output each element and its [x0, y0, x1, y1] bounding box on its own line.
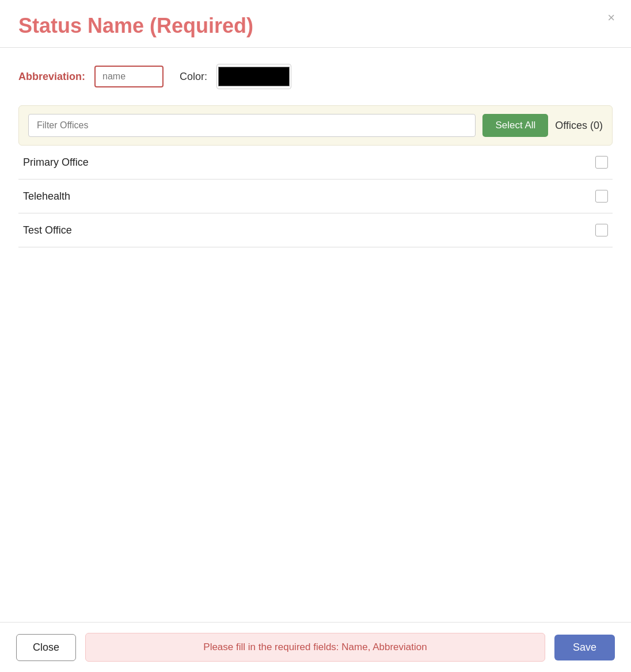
- modal-footer: Close Please fill in the required fields…: [0, 622, 631, 672]
- abbreviation-label: Abbreviation:: [18, 71, 85, 83]
- abbreviation-input[interactable]: [94, 66, 164, 87]
- status-name-modal: Status Name (Required) × Abbreviation: C…: [0, 0, 631, 672]
- modal-header: Status Name (Required) ×: [0, 0, 631, 48]
- office-name-test: Test Office: [23, 224, 72, 236]
- office-checkbox-test[interactable]: [595, 224, 608, 236]
- offices-list: Primary Office Telehealth Test Office: [18, 146, 613, 247]
- office-checkbox-telehealth[interactable]: [595, 190, 608, 203]
- office-name-telehealth: Telehealth: [23, 190, 70, 203]
- filter-bar: Select All Offices (0): [18, 105, 613, 146]
- office-item-telehealth: Telehealth: [18, 180, 613, 213]
- office-name-primary: Primary Office: [23, 156, 89, 169]
- office-item-primary: Primary Office: [18, 146, 613, 180]
- close-x-button[interactable]: ×: [607, 12, 615, 24]
- color-picker[interactable]: [216, 64, 291, 89]
- fields-row: Abbreviation: Color:: [18, 64, 613, 89]
- save-button[interactable]: Save: [554, 635, 615, 660]
- color-label: Color:: [180, 71, 207, 83]
- office-item-test: Test Office: [18, 213, 613, 247]
- modal-body: Abbreviation: Color: Select All Offices …: [0, 48, 631, 622]
- office-checkbox-primary[interactable]: [595, 156, 608, 169]
- select-all-button[interactable]: Select All: [482, 114, 548, 137]
- filter-offices-input[interactable]: [28, 114, 476, 137]
- offices-count: Offices (0): [555, 120, 603, 132]
- error-message: Please fill in the required fields: Name…: [85, 633, 545, 662]
- modal-title: Status Name (Required): [18, 14, 613, 38]
- close-button[interactable]: Close: [16, 634, 76, 661]
